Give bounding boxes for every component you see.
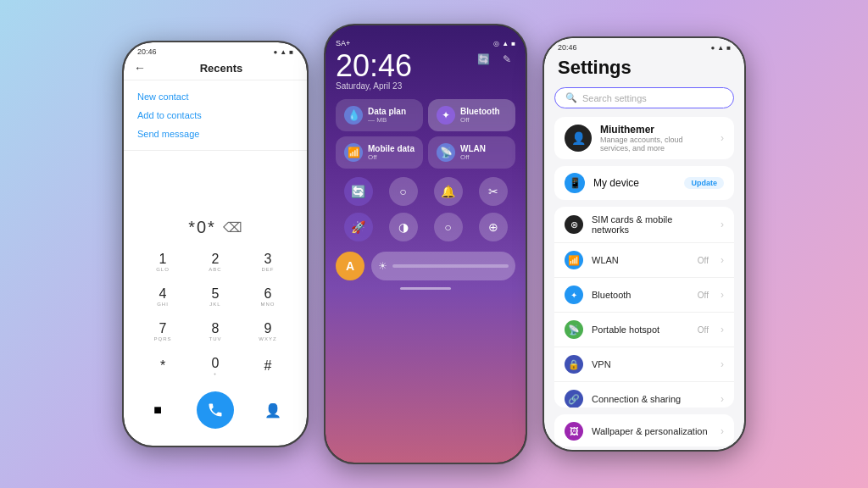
- settings-signal-icon: ●: [710, 44, 715, 52]
- settings-title-area: Settings: [544, 53, 744, 84]
- cc-bluetooth-icon: ✦: [437, 106, 455, 125]
- settings-page-title: Settings: [558, 57, 731, 79]
- call-button[interactable]: [197, 391, 234, 429]
- settings-screen: 20:46 ● ▲ ■ Settings 🔍 Search settings 👤…: [544, 38, 744, 450]
- wlan-label: WLAN: [592, 255, 689, 265]
- cc-mobile-icon: 📶: [344, 143, 363, 162]
- hotspot-arrow: ›: [721, 324, 724, 336]
- key-0[interactable]: 0+: [190, 350, 241, 383]
- settings-item-hotspot[interactable]: 📡 Portable hotspot Off ›: [554, 313, 734, 347]
- cc-status-icons: ◎ ▲ ■: [493, 40, 515, 47]
- key-9[interactable]: 9WXYZ: [242, 315, 293, 348]
- new-contact-option[interactable]: New contact: [137, 87, 293, 106]
- cc-icon-scissors[interactable]: ✂: [479, 177, 508, 206]
- hotspot-value: Off: [698, 325, 709, 335]
- cc-icon-row-2: 🚀 ◑ ○ ⊕: [336, 213, 515, 241]
- settings-container: 20:46 ● ▲ ■ Settings 🔍 Search settings 👤…: [544, 38, 744, 450]
- key-5[interactable]: 5JKL: [190, 280, 241, 313]
- wlan-arrow: ›: [721, 254, 724, 266]
- settings-item-bluetooth[interactable]: ✦ Bluetooth Off ›: [554, 278, 734, 313]
- control-center-screen: SA+ ◎ ▲ ■ 20:46 Saturday, April 23 🔄 ✎: [326, 25, 526, 463]
- cc-edit-icon[interactable]: ✎: [498, 51, 515, 68]
- key-6[interactable]: 6MNO: [242, 280, 293, 313]
- key-3[interactable]: 3DEF: [242, 246, 293, 279]
- cc-icon-plus[interactable]: ⊕: [479, 213, 508, 241]
- settings-my-device-item[interactable]: 📱 My device Update: [554, 166, 734, 200]
- cc-icon-moon[interactable]: ◑: [389, 213, 418, 241]
- cc-bluetooth-name: Bluetooth: [460, 107, 500, 116]
- phone-settings: 20:46 ● ▲ ■ Settings 🔍 Search settings 👤…: [542, 36, 746, 452]
- voicemail-icon[interactable]: ■: [144, 396, 171, 424]
- settings-item-vpn[interactable]: 🔒 VPN ›: [554, 347, 734, 382]
- cc-icon-row-1: 🔄 ○ 🔔 ✂: [336, 177, 515, 206]
- profile-avatar: 👤: [565, 125, 592, 152]
- cc-carrier: SA+: [336, 39, 350, 47]
- cc-data-text: Data plan — MB: [368, 107, 406, 124]
- cc-status-bar: SA+ ◎ ▲ ■: [336, 39, 515, 47]
- cc-brightness-slider[interactable]: ☀: [371, 252, 515, 280]
- cc-icon-bell[interactable]: 🔔: [434, 177, 463, 206]
- search-placeholder: Search settings: [582, 93, 647, 103]
- settings-battery-icon: ■: [726, 44, 731, 52]
- cc-icon-rocket[interactable]: 🚀: [344, 213, 373, 241]
- dialer-container: 20:46 ● ▲ ■ ← Recents New contact Add to…: [124, 42, 307, 446]
- cc-bluetooth-text: Bluetooth Off: [460, 107, 500, 124]
- send-message-option[interactable]: Send message: [137, 125, 293, 143]
- cc-mobile-sub: Off: [368, 153, 415, 161]
- settings-profile-item[interactable]: 👤 Miuithemer Manage accounts, cloud serv…: [554, 117, 734, 159]
- my-device-label: My device: [593, 177, 676, 189]
- settings-item-wallpaper[interactable]: 🖼 Wallpaper & personalization ›: [554, 414, 734, 446]
- sim-label: SIM cards & mobile networks: [592, 214, 712, 235]
- cc-icon-nfc[interactable]: ○: [389, 177, 418, 206]
- cc-tile-mobile-data[interactable]: 📶 Mobile data Off: [336, 136, 423, 169]
- cc-icon-rotate[interactable]: 🔄: [344, 177, 373, 206]
- key-star[interactable]: *: [137, 350, 188, 383]
- key-4[interactable]: 4GHI: [137, 280, 188, 313]
- key-2[interactable]: 2ABC: [190, 246, 241, 279]
- dialer-screen: 20:46 ● ▲ ■ ← Recents New contact Add to…: [124, 42, 307, 446]
- settings-item-connection-sharing[interactable]: 🔗 Connection & sharing ›: [554, 382, 734, 408]
- phone-dialer: 20:46 ● ▲ ■ ← Recents New contact Add to…: [122, 41, 309, 447]
- cc-data-sub: — MB: [368, 116, 406, 124]
- settings-item-sim[interactable]: ⊗ SIM cards & mobile networks ›: [554, 207, 734, 243]
- bluetooth-arrow: ›: [721, 289, 724, 301]
- settings-search-bar[interactable]: 🔍 Search settings: [554, 87, 734, 108]
- bluetooth-label: Bluetooth: [592, 290, 689, 300]
- phone-control-center: SA+ ◎ ▲ ■ 20:46 Saturday, April 23 🔄 ✎: [324, 24, 527, 464]
- cc-tiles-row: 💧 Data plan — MB ✦ Bluetooth Off 📶: [336, 99, 515, 169]
- key-8[interactable]: 8TUV: [190, 315, 241, 348]
- dialer-keypad-area: *0* ⌫ 1GLO 2ABC 3DEF 4GHI 5JKL 6MNO 7PQR…: [124, 151, 307, 446]
- contacts-icon[interactable]: 👤: [259, 396, 287, 424]
- key-1[interactable]: 1GLO: [137, 246, 188, 279]
- cc-mobile-name: Mobile data: [368, 144, 415, 153]
- add-to-contacts-option[interactable]: Add to contacts: [137, 106, 293, 125]
- bluetooth-icon: ✦: [565, 286, 583, 304]
- settings-status-icons: ● ▲ ■: [710, 44, 731, 52]
- dialer-status-icons: ● ▲ ■: [273, 48, 293, 56]
- back-button[interactable]: ←: [134, 61, 146, 75]
- recents-title: Recents: [146, 62, 297, 75]
- cc-bluetooth-sub: Off: [460, 116, 500, 124]
- dialer-input-value: *0*: [188, 218, 216, 237]
- cc-icon-circle[interactable]: ○: [434, 213, 463, 241]
- bluetooth-value: Off: [698, 291, 709, 300]
- backspace-button[interactable]: ⌫: [223, 219, 242, 236]
- search-icon: 🔍: [565, 92, 577, 103]
- dialer-options: New contact Add to contacts Send message: [124, 80, 307, 151]
- wallpaper-arrow: ›: [721, 425, 724, 437]
- settings-item-wlan[interactable]: 📶 WLAN Off ›: [554, 243, 734, 278]
- profile-info: Miuithemer Manage accounts, cloud servic…: [600, 124, 712, 152]
- cc-tile-data[interactable]: 💧 Data plan — MB: [336, 99, 423, 131]
- cc-tile-wlan[interactable]: 📡 WLAN Off: [428, 136, 515, 169]
- cc-rotate-icon[interactable]: 🔄: [475, 51, 492, 68]
- cc-user-avatar: A: [336, 252, 364, 280]
- key-hash[interactable]: #: [242, 350, 293, 383]
- key-7[interactable]: 7PQRS: [137, 315, 188, 348]
- cc-wifi-icon: ▲: [502, 40, 509, 47]
- cc-brightness-track: [392, 264, 509, 268]
- dialer-display: *0* ⌫: [131, 213, 300, 242]
- dialer-header: ← Recents: [124, 58, 307, 80]
- cc-date: Saturday, April 23: [336, 81, 412, 91]
- dialer-bottom-bar: ■ 👤: [131, 386, 300, 437]
- cc-tile-bluetooth[interactable]: ✦ Bluetooth Off: [428, 99, 515, 131]
